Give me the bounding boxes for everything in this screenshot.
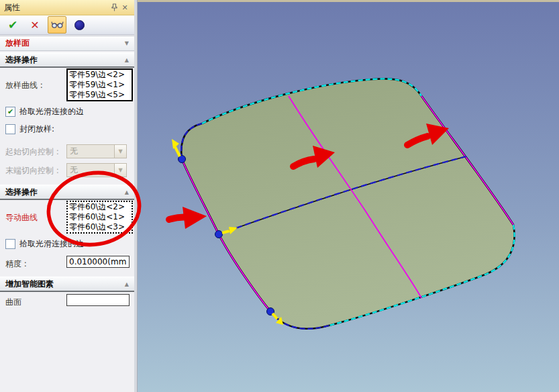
surface-row: 曲面 <box>0 292 134 311</box>
collapse-icon: ▲ <box>125 281 129 287</box>
guide-curves-label: 导动曲线 <box>5 212 38 224</box>
loft-curves-label: 放样曲线 : <box>5 80 43 91</box>
panel-title: 属性 <box>4 2 109 13</box>
close-icon[interactable]: ✕ <box>119 2 130 13</box>
list-item[interactable]: 零件59\边<5> <box>68 90 132 100</box>
list-item[interactable]: 零件59\边<2> <box>68 70 132 80</box>
start-tangent-row: 起始切向控制 : 无 ▼ <box>0 142 134 160</box>
section-header-select-1[interactable]: 选择操作 ▲ <box>0 52 134 68</box>
pick-smooth-row-1: ✔ 拾取光滑连接的边 <box>0 103 134 120</box>
pick-smooth-label-1: 拾取光滑连接的边 <box>19 106 84 117</box>
feature-label: 放样面 <box>5 38 125 49</box>
cancel-button[interactable]: ✕ <box>26 16 44 34</box>
loft-curves-list[interactable]: 零件59\边<2> 零件59\边<1> 零件59\边<5> <box>66 68 133 101</box>
end-tangent-label: 末端切向控制 : <box>5 165 59 177</box>
chevron-down-icon: ▼ <box>114 164 126 177</box>
feature-selector[interactable]: 放样面 ▼ <box>0 36 134 51</box>
preview-button[interactable] <box>48 16 66 34</box>
pin-icon[interactable] <box>109 2 119 13</box>
circle-icon <box>74 20 85 30</box>
precision-label: 精度 : <box>5 258 27 270</box>
closed-loft-label: 封闭放样: <box>19 124 54 135</box>
panel-title-bar: 属性 ✕ <box>0 0 134 15</box>
guide-curves-list[interactable]: 零件60\边<2> 零件60\边<1> 零件60\边<3> <box>66 201 133 234</box>
list-item[interactable]: 零件60\边<1> <box>68 212 132 222</box>
chevron-down-icon: ▼ <box>114 145 126 158</box>
panel-toolbar: ✔ ✕ <box>0 15 134 35</box>
pick-smooth-checkbox-2[interactable] <box>5 239 15 249</box>
closed-loft-row: 封闭放样: <box>0 120 134 138</box>
pick-smooth-row-2: 拾取光滑连接的边 <box>0 235 134 252</box>
apply-button[interactable] <box>70 16 89 34</box>
viewport-top-border <box>138 0 559 2</box>
properties-panel: 属性 ✕ ✔ ✕ 放样面 ▼ 选择操作 ▲ 放样曲线 : 零件59\边<2> 零… <box>0 0 134 392</box>
start-tangent-label: 起始切向控制 : <box>5 146 59 158</box>
start-tangent-select[interactable]: 无 ▼ <box>66 144 127 158</box>
end-tangent-select[interactable]: 无 ▼ <box>66 163 127 177</box>
chevron-down-icon: ▼ <box>125 40 129 46</box>
pick-smooth-checkbox-1[interactable]: ✔ <box>5 107 15 117</box>
x-icon: ✕ <box>30 19 39 32</box>
list-item[interactable]: 零件60\边<2> <box>68 202 132 212</box>
guide-curves-row: 导动曲线 零件60\边<2> 零件60\边<1> 零件60\边<3> <box>0 200 134 235</box>
loft-curves-row: 放样曲线 : 零件59\边<2> 零件59\边<1> 零件59\边<5> <box>0 68 134 103</box>
surface-label: 曲面 <box>5 297 21 308</box>
app-root: { "icons": { "check": "✔", "close": "✕",… <box>0 0 559 392</box>
list-item[interactable]: 零件59\边<1> <box>68 80 132 90</box>
viewport-3d[interactable] <box>138 0 559 392</box>
glasses-icon <box>51 21 64 29</box>
precision-row: 精度 : <box>0 254 134 273</box>
list-item[interactable]: 零件60\边<3> <box>68 222 132 232</box>
precision-input[interactable] <box>66 256 130 268</box>
section-header-select-2[interactable]: 选择操作 ▲ <box>0 185 134 200</box>
section-header-smart[interactable]: 增加智能图素 ▲ <box>0 277 134 292</box>
collapse-icon: ▲ <box>125 57 129 63</box>
pick-smooth-label-2: 拾取光滑连接的边 <box>19 238 84 250</box>
surface-input[interactable] <box>66 294 130 306</box>
check-icon: ✔ <box>8 18 17 32</box>
ok-button[interactable]: ✔ <box>3 16 22 34</box>
collapse-icon: ▲ <box>125 189 129 195</box>
closed-loft-checkbox[interactable] <box>5 124 15 134</box>
end-tangent-row: 末端切向控制 : 无 ▼ <box>0 160 134 179</box>
